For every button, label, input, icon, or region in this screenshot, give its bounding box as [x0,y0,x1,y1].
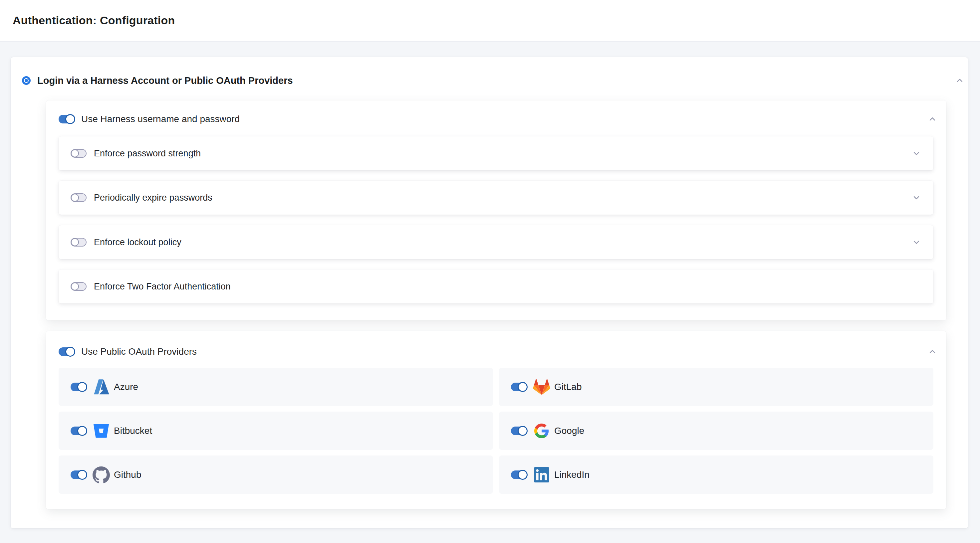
chevron-down-icon[interactable] [912,237,921,247]
username-password-label: Use Harness username and password [81,114,240,124]
setting-row-enforce-two-factor-authentication[interactable]: Enforce Two Factor Authentication [59,270,934,303]
setting-row-enforce-password-strength[interactable]: Enforce password strength [59,137,934,170]
providers-grid: Azure G [59,368,934,494]
azure-toggle[interactable] [71,383,87,391]
username-password-toggle[interactable] [59,115,75,124]
oauth-label: Use Public OAuth Providers [81,346,197,357]
login-option-row[interactable]: Login via a Harness Account or Public OA… [22,67,965,94]
username-password-card: Use Harness username and password Enforc… [46,100,947,321]
provider-name: LinkedIn [554,470,590,480]
oauth-collapse-icon[interactable] [928,347,937,357]
oauth-toggle[interactable] [59,348,75,356]
auth-mechanism-card: Login via a Harness Account or Public OA… [11,57,968,529]
gitlab-icon [532,378,551,396]
provider-azure[interactable]: Azure [59,368,493,406]
provider-name: GitLab [554,382,582,392]
provider-name: Google [554,426,584,436]
google-icon [532,422,551,440]
setting-label: Periodically expire passwords [94,193,212,203]
linkedin-toggle[interactable] [511,470,527,479]
bitbucket-icon [92,422,110,440]
bitbucket-toggle[interactable] [71,427,87,435]
provider-name: Github [114,470,142,480]
login-option-label: Login via a Harness Account or Public OA… [37,75,293,86]
enforce-password-strength-toggle[interactable] [71,149,87,158]
provider-google[interactable]: Google [499,411,934,450]
setting-row-enforce-lockout-policy[interactable]: Enforce lockout policy [59,225,934,259]
enforce-two-factor-authentication-toggle[interactable] [71,282,87,291]
setting-row-periodically-expire-passwords[interactable]: Periodically expire passwords [59,181,934,214]
username-password-header: Use Harness username and password [59,107,937,131]
page-content: Login via a Harness Account or Public OA… [0,42,980,543]
google-toggle[interactable] [511,427,527,435]
chevron-down-icon[interactable] [912,148,921,158]
login-option-radio[interactable] [22,76,30,85]
linkedin-icon [532,465,551,484]
section-collapse-icon[interactable] [955,76,965,86]
provider-linkedin[interactable]: LinkedIn [499,456,934,494]
periodically-expire-passwords-toggle[interactable] [71,193,87,202]
enforce-lockout-policy-toggle[interactable] [71,238,87,246]
github-icon [92,465,110,484]
provider-name: Azure [114,382,138,392]
setting-label: Enforce lockout policy [94,237,181,248]
github-toggle[interactable] [71,470,87,479]
setting-label: Enforce password strength [94,148,201,159]
provider-bitbucket[interactable]: Bitbucket [59,411,493,450]
provider-name: Bitbucket [114,426,152,436]
provider-github[interactable]: Github [59,456,493,494]
oauth-header: Use Public OAuth Providers [59,340,937,364]
page-title: Authentication: Configuration [13,14,175,27]
chevron-down-icon[interactable] [912,193,921,203]
azure-icon [92,378,110,396]
gitlab-toggle[interactable] [511,383,527,391]
setting-label: Enforce Two Factor Authentication [94,281,231,292]
username-password-collapse-icon[interactable] [928,114,937,124]
oauth-providers-card: Use Public OAuth Providers Azure [46,331,947,509]
page-header: Authentication: Configuration [0,0,980,41]
provider-gitlab[interactable]: GitLab [499,368,934,406]
